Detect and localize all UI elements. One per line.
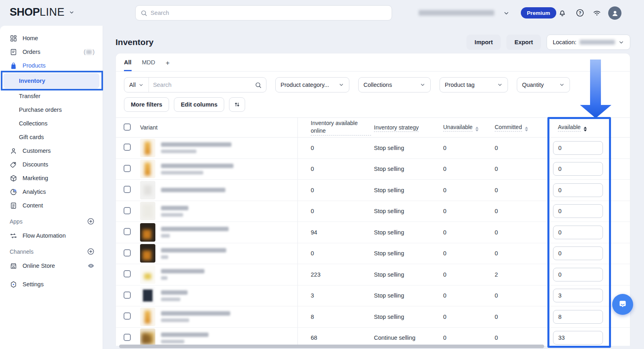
row-checkbox[interactable] xyxy=(124,292,131,299)
available-quantity-input[interactable] xyxy=(553,289,603,302)
column-header-unavailable[interactable]: Unavailable xyxy=(443,124,495,131)
horizontal-scrollbar-thumb[interactable] xyxy=(119,345,544,348)
available-quantity-input[interactable] xyxy=(553,141,603,155)
table-header-row: Variant Inventory available online Inven… xyxy=(116,117,630,138)
store-name-blurred[interactable] xyxy=(419,10,494,16)
topbar: SHOPLINE Premium ? xyxy=(0,0,644,26)
product-tag-filter[interactable]: Product tag xyxy=(440,77,508,92)
shopline-logo[interactable]: SHOPLINE xyxy=(10,6,74,18)
sidebar-item-products[interactable]: Products xyxy=(0,59,103,72)
main-content: Inventory Import Export Location: All MD… xyxy=(103,26,644,349)
cell-inventory-strategy: Stop selling xyxy=(374,208,443,214)
available-quantity-input[interactable] xyxy=(553,268,603,281)
variant-cell[interactable] xyxy=(134,244,297,263)
row-checkbox[interactable] xyxy=(124,165,131,172)
edit-columns-button[interactable]: Edit columns xyxy=(174,97,224,112)
sidebar-item-label: Collections xyxy=(19,120,47,127)
cell-committed: 0 xyxy=(495,314,550,320)
variant-cell[interactable] xyxy=(134,308,297,326)
sidebar-item-collections[interactable]: Collections xyxy=(0,117,103,130)
sidebar-item-settings[interactable]: Settings xyxy=(0,277,103,291)
sidebar-item-discounts[interactable]: Discounts xyxy=(0,158,103,171)
product-name-blurred xyxy=(161,227,229,231)
variant-cell[interactable] xyxy=(134,223,297,242)
available-quantity-input[interactable] xyxy=(553,331,603,345)
add-channel-plus-icon[interactable] xyxy=(87,248,95,255)
sidebar-item-label: Purchase orders xyxy=(19,107,62,113)
cell-inventory-available-online: 0 xyxy=(297,201,374,222)
product-sku-blurred xyxy=(161,150,196,153)
premium-badge[interactable]: Premium xyxy=(521,7,556,18)
product-name-blurred xyxy=(161,248,226,253)
sidebar-item-purchase-orders[interactable]: Purchase orders xyxy=(0,103,103,117)
product-category-filter[interactable]: Product category... xyxy=(275,77,349,92)
cell-unavailable: 0 xyxy=(443,229,495,236)
row-checkbox[interactable] xyxy=(124,312,131,320)
available-quantity-input[interactable] xyxy=(553,162,603,176)
column-header-available[interactable]: Available xyxy=(550,124,630,131)
available-quantity-input[interactable] xyxy=(553,310,603,324)
sidebar-item-online-store[interactable]: Online Store xyxy=(0,259,103,273)
column-header-committed[interactable]: Committed xyxy=(495,124,550,131)
search-scope-select[interactable]: All xyxy=(124,78,149,92)
store-switcher-chevron-icon[interactable] xyxy=(503,10,510,16)
select-all-checkbox[interactable] xyxy=(124,123,131,131)
cell-inventory-strategy: Continue selling xyxy=(374,335,443,341)
row-checkbox[interactable] xyxy=(124,249,131,257)
notifications-bell-icon[interactable] xyxy=(558,8,567,17)
table-search-input[interactable] xyxy=(149,82,255,88)
variant-cell[interactable] xyxy=(134,328,297,346)
add-view-tab-button[interactable]: + xyxy=(166,59,170,71)
row-checkbox[interactable] xyxy=(124,334,131,341)
product-sku-blurred xyxy=(161,171,203,174)
variant-cell[interactable] xyxy=(134,160,297,178)
sidebar-item-customers[interactable]: Customers xyxy=(0,144,103,158)
global-search[interactable] xyxy=(135,5,392,21)
collections-filter[interactable]: Collections xyxy=(358,77,431,92)
row-checkbox[interactable] xyxy=(124,207,131,214)
chat-launcher-button[interactable] xyxy=(612,294,633,315)
export-button[interactable]: Export xyxy=(506,35,541,50)
available-quantity-input[interactable] xyxy=(553,226,603,239)
row-checkbox[interactable] xyxy=(124,144,131,151)
search-icon xyxy=(140,10,147,16)
global-search-input[interactable] xyxy=(151,10,387,16)
sidebar-item-inventory[interactable]: Inventory xyxy=(3,73,99,88)
help-icon[interactable]: ? xyxy=(576,8,584,17)
content-icon xyxy=(10,202,17,209)
variant-cell[interactable] xyxy=(134,265,297,284)
variant-cell[interactable] xyxy=(134,202,297,220)
available-quantity-input[interactable] xyxy=(553,183,603,197)
network-status-wifi-icon[interactable] xyxy=(592,8,601,17)
add-app-plus-icon[interactable] xyxy=(87,218,95,225)
location-selector[interactable]: Location: xyxy=(547,35,630,50)
visibility-eye-icon[interactable] xyxy=(87,262,95,269)
row-checkbox[interactable] xyxy=(124,186,131,193)
table-row: 0 Stop selling 0 0 xyxy=(116,159,630,180)
sidebar-item-gift-cards[interactable]: Gift cards xyxy=(0,130,103,144)
tab-all[interactable]: All xyxy=(124,59,132,71)
row-checkbox[interactable] xyxy=(124,228,131,235)
row-checkbox[interactable] xyxy=(124,270,131,277)
tab-mdd[interactable]: MDD xyxy=(142,59,155,71)
sidebar-item-marketing[interactable]: Marketing xyxy=(0,171,103,185)
sidebar: Home Orders () Products Inventory Transf… xyxy=(0,26,103,349)
sidebar-item-orders[interactable]: Orders () xyxy=(0,45,103,59)
sidebar-item-label: Online Store xyxy=(23,263,82,269)
sidebar-item-transfer[interactable]: Transfer xyxy=(0,89,103,103)
variant-cell[interactable] xyxy=(134,139,297,157)
sidebar-item-analytics[interactable]: Analytics xyxy=(0,185,103,199)
available-quantity-input[interactable] xyxy=(553,204,603,218)
avatar[interactable] xyxy=(608,6,621,20)
sidebar-item-content[interactable]: Content xyxy=(0,199,103,212)
sort-button[interactable] xyxy=(229,97,245,112)
quantity-filter[interactable]: Quantity xyxy=(517,77,570,92)
available-quantity-input[interactable] xyxy=(553,246,603,260)
sidebar-item-home[interactable]: Home xyxy=(0,31,103,45)
more-filters-button[interactable]: More filters xyxy=(124,97,169,112)
variant-cell[interactable] xyxy=(134,181,297,199)
variant-cell[interactable] xyxy=(134,286,297,305)
import-button[interactable]: Import xyxy=(466,35,501,50)
sidebar-item-flow-automation[interactable]: Flow Automation xyxy=(0,229,103,242)
sort-toggle-icon xyxy=(475,127,479,131)
